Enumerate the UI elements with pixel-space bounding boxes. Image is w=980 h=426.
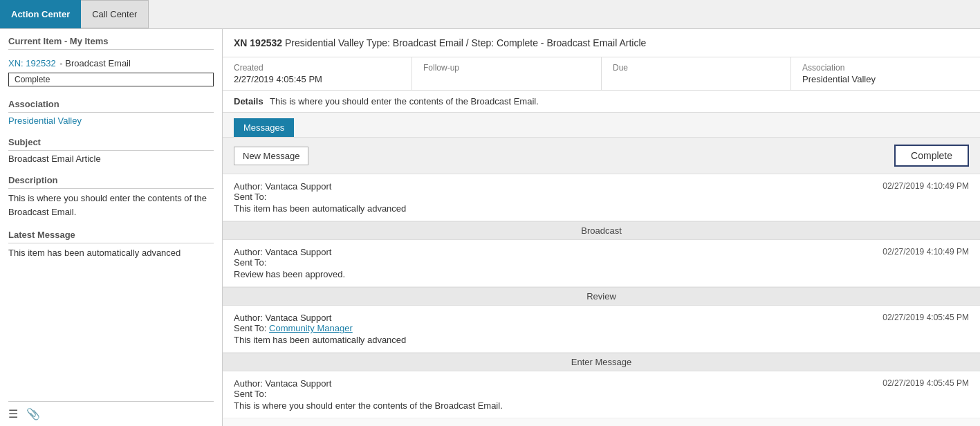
content-area: XN 192532 Presidential Valley Type: Broa… xyxy=(223,29,980,426)
msg-entry-0: Author: Vantaca Support 02/27/2019 4:10:… xyxy=(223,174,980,221)
msg-timestamp-review: 02/27/2019 4:05:45 PM xyxy=(882,313,969,322)
messages-tab-button[interactable]: Messages xyxy=(234,118,294,137)
details-text: This is where you should enter the conte… xyxy=(270,96,539,106)
sidebar-association-value[interactable]: Presidential Valley xyxy=(8,115,214,126)
page-header: XN 192532 Presidential Valley Type: Broa… xyxy=(223,29,980,57)
msg-body-enter-message: This is where you should enter the conte… xyxy=(234,400,969,411)
msg-section-header-broadcast: Broadcast xyxy=(223,221,980,240)
page-header-title: Presidential Valley Type: Broadcast Emai… xyxy=(285,37,646,48)
sidebar-latest-message-label: Latest Message xyxy=(8,230,214,243)
sidebar-subject-label: Subject xyxy=(8,137,214,151)
complete-button[interactable]: Complete xyxy=(894,145,969,167)
meta-followup-label: Follow-up xyxy=(423,63,590,73)
msg-timestamp-enter-message: 02/27/2019 4:05:45 PM xyxy=(882,378,969,388)
sidebar-xn-link[interactable]: XN: 192532 xyxy=(8,58,56,68)
tab-call-center[interactable]: Call Center xyxy=(81,0,149,28)
msg-body-0: This item has been automatically advance… xyxy=(234,203,969,214)
meta-created-label: Created xyxy=(234,63,400,73)
new-message-button[interactable]: New Message xyxy=(234,147,308,165)
msg-timestamp-0: 02/27/2019 4:10:49 PM xyxy=(882,181,969,191)
details-bar: Details This is where you should enter t… xyxy=(223,91,980,113)
meta-association-value: Presidential Valley xyxy=(802,74,969,84)
sidebar-broadcast-label: - Broadcast Email xyxy=(59,58,131,68)
main-container: Current Item - My Items XN: 192532 - Bro… xyxy=(0,29,980,426)
msg-section-header-review: Review xyxy=(223,287,980,306)
msg-section-header-enter-message: Enter Message xyxy=(223,353,980,371)
msg-sent-to-link-review[interactable]: Community Manager xyxy=(269,323,353,333)
paperclip-icon[interactable]: 📎 xyxy=(26,407,40,420)
msg-sent-to-enter-message: Sent To: xyxy=(234,389,969,399)
sidebar-association-label: Association xyxy=(8,99,214,113)
msg-body-broadcast: Review has been approved. xyxy=(234,269,969,279)
sidebar: Current Item - My Items XN: 192532 - Bro… xyxy=(0,29,223,426)
msg-author-review: Author: Vantaca Support xyxy=(234,313,331,323)
meta-created: Created 2/27/2019 4:05:45 PM xyxy=(223,57,412,90)
sidebar-description-label: Description xyxy=(8,175,214,189)
sidebar-section-title: Current Item - My Items xyxy=(8,36,214,50)
sidebar-latest-message-text: This item has been automatically advance… xyxy=(8,246,214,260)
sidebar-description-text: This is where you should enter the conte… xyxy=(8,192,214,219)
menu-icon[interactable]: ☰ xyxy=(8,407,18,420)
msg-sent-to-broadcast: Sent To: xyxy=(234,257,969,268)
msg-entry-header-0: Author: Vantaca Support 02/27/2019 4:10:… xyxy=(234,181,969,192)
msg-entry-review: Author: Vantaca Support 02/27/2019 4:05:… xyxy=(223,306,980,353)
msg-author-0: Author: Vantaca Support xyxy=(234,181,331,192)
meta-created-value: 2/27/2019 4:05:45 PM xyxy=(234,74,400,84)
msg-body-review: This item has been automatically advance… xyxy=(234,335,969,345)
meta-association-label: Association xyxy=(802,63,969,73)
sidebar-xn-row: XN: 192532 - Broadcast Email xyxy=(8,58,214,68)
msg-entry-broadcast: Author: Vantaca Support 02/27/2019 4:10:… xyxy=(223,240,980,287)
meta-followup: Follow-up xyxy=(412,57,602,90)
msg-entry-header-enter-message: Author: Vantaca Support 02/27/2019 4:05:… xyxy=(234,378,969,389)
msg-author-enter-message: Author: Vantaca Support xyxy=(234,378,331,389)
call-center-label: Call Center xyxy=(92,9,137,19)
msg-sent-to-review: Sent To: Community Manager xyxy=(234,323,969,333)
msg-entry-header-broadcast: Author: Vantaca Support 02/27/2019 4:10:… xyxy=(234,247,969,257)
details-label: Details xyxy=(234,96,264,106)
meta-association: Association Presidential Valley xyxy=(791,57,980,90)
messages-tab-bar: Messages xyxy=(223,113,980,138)
msg-sent-to-0: Sent To: xyxy=(234,192,969,202)
msg-author-broadcast: Author: Vantaca Support xyxy=(234,247,331,257)
action-center-label: Action Center xyxy=(11,9,70,19)
top-nav: Action Center Call Center xyxy=(0,0,980,29)
action-bar: New Message Complete xyxy=(223,138,980,174)
sidebar-complete-badge[interactable]: Complete xyxy=(8,73,214,86)
msg-entry-header-review: Author: Vantaca Support 02/27/2019 4:05:… xyxy=(234,313,969,323)
page-header-xn: XN 192532 xyxy=(234,37,282,48)
meta-row: Created 2/27/2019 4:05:45 PM Follow-up D… xyxy=(223,57,980,91)
meta-due: Due xyxy=(602,57,791,90)
msg-timestamp-broadcast: 02/27/2019 4:10:49 PM xyxy=(882,247,969,257)
msg-entry-enter-message: Author: Vantaca Support 02/27/2019 4:05:… xyxy=(223,371,980,418)
sidebar-footer: ☰ 📎 xyxy=(8,401,214,426)
messages-area: New Message Complete Author: Vantaca Sup… xyxy=(223,138,980,426)
tab-action-center[interactable]: Action Center xyxy=(0,0,81,28)
meta-due-label: Due xyxy=(613,63,779,73)
sidebar-subject-value: Broadcast Email Article xyxy=(8,154,214,164)
